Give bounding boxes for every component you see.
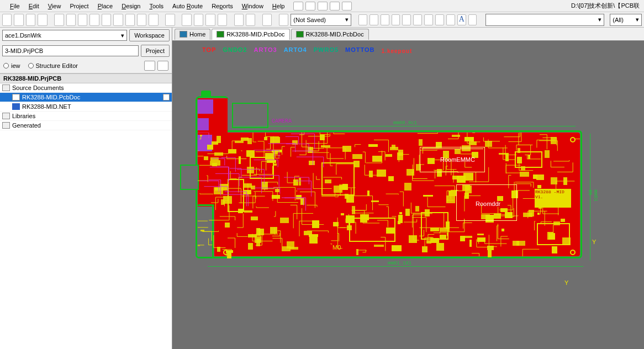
- room-ddr-label: Roomddr: [476, 200, 500, 207]
- tool-10-icon[interactable]: [113, 14, 123, 26]
- pcb-canvas[interactable]: TOP GNDO2 ARTO3 ARTO4 PWRO5 MOTTOB 1.kee…: [172, 41, 644, 349]
- tool-6-icon[interactable]: [66, 14, 76, 26]
- arc-icon[interactable]: [413, 14, 422, 25]
- layer-strip: TOP GNDO2 ARTO3 ARTO4 PWRO5 MOTTOB 1.kee…: [202, 46, 412, 54]
- projects-panel: ace1.DsnWrk ▾ Workspace 3-MID.PrjPCB Pro…: [0, 28, 172, 349]
- tool-5-icon[interactable]: [54, 14, 64, 26]
- tool-redo-icon[interactable]: [246, 14, 255, 26]
- workspace-field[interactable]: ace1.DsnWrk ▾: [2, 30, 127, 41]
- tool-undo-icon[interactable]: [234, 14, 244, 26]
- dropdown4-icon[interactable]: [342, 2, 352, 10]
- menu-project[interactable]: Project: [65, 2, 93, 10]
- text-icon[interactable]: A: [457, 14, 466, 25]
- filter-combo[interactable]: (All) ▾: [610, 14, 642, 26]
- tool-16-icon[interactable]: [205, 14, 215, 26]
- tool-addcomp-icon[interactable]: [182, 14, 191, 26]
- tool-print-icon[interactable]: [38, 14, 47, 26]
- pcb-icon: [12, 94, 20, 101]
- doc-tab[interactable]: Home: [175, 29, 210, 40]
- tool-save-icon[interactable]: [26, 14, 35, 26]
- project-button[interactable]: Project: [141, 45, 170, 57]
- document-tabs: HomeRK3288-MID.PcbDocRK3288-MID.PcbDoc: [172, 28, 644, 41]
- menu-help[interactable]: Help: [268, 2, 289, 10]
- net-combo[interactable]: ▾: [485, 14, 604, 26]
- plus-icon: [2, 122, 10, 129]
- dim-top-label: mm08.8c1: [393, 120, 417, 126]
- pcb-icon: [217, 31, 224, 38]
- tool-11-icon[interactable]: [125, 14, 135, 26]
- poly-icon[interactable]: [435, 14, 444, 25]
- tool-17-icon[interactable]: [218, 14, 227, 26]
- tool-14-icon[interactable]: [165, 14, 175, 26]
- tool-new-icon[interactable]: [2, 14, 12, 26]
- room-emmc-label: RoomEMMC: [440, 156, 475, 163]
- route-2-icon[interactable]: [369, 14, 378, 25]
- project-tree[interactable]: RK3288-MID.PrjPCB Source DocumentsRK3288…: [0, 73, 172, 349]
- doc-tab-label: RK3288-MID.PcbDoc: [226, 31, 284, 38]
- dropdown3-icon[interactable]: [330, 2, 340, 10]
- chevron-down-icon: ▾: [598, 16, 601, 23]
- menu-window[interactable]: Window: [237, 2, 268, 10]
- menu-reports[interactable]: Reports: [207, 2, 237, 10]
- menu-bar: File Edit View Project Place Design Tool…: [0, 0, 644, 12]
- marker-y1: Y: [592, 239, 596, 245]
- comp-icon[interactable]: [468, 14, 477, 25]
- menu-autoroute[interactable]: Auto Route: [168, 2, 207, 10]
- dropdown1-icon[interactable]: [305, 2, 315, 10]
- layer-gnd: GNDO2: [223, 46, 247, 54]
- dropdown2-icon[interactable]: [318, 2, 328, 10]
- net-icon: [12, 103, 20, 110]
- menu-design[interactable]: Design: [117, 2, 145, 10]
- menu-file[interactable]: File: [6, 2, 24, 10]
- layer-mot: MOTTOB: [345, 46, 374, 54]
- tool-13-icon[interactable]: [149, 14, 158, 26]
- workspace-value: ace1.DsnWrk: [5, 32, 41, 39]
- panel-btn1-icon[interactable]: [144, 61, 155, 71]
- minus-icon: [2, 84, 10, 91]
- marker-y2: Y: [564, 279, 568, 286]
- tool-12-icon[interactable]: [137, 14, 146, 26]
- tree-item[interactable]: RK3288-MID.NET: [0, 102, 172, 112]
- tool-highlight-icon[interactable]: [262, 14, 272, 26]
- filter-combo-text: (All): [613, 17, 624, 23]
- rect-icon[interactable]: [446, 14, 455, 25]
- tool-open-icon[interactable]: [14, 14, 23, 26]
- radio-fileview[interactable]: iew: [3, 62, 20, 69]
- room-ddr: Roomddr: [456, 184, 517, 221]
- tool-15-icon[interactable]: [194, 14, 203, 26]
- tool-browse-icon[interactable]: [279, 14, 288, 26]
- plus-icon: [2, 113, 10, 119]
- tree-item[interactable]: Source Documents: [0, 83, 172, 93]
- pad-icon[interactable]: [392, 14, 400, 25]
- via-icon[interactable]: [402, 14, 411, 25]
- radio-fileview-label: iew: [11, 62, 20, 69]
- fill-icon[interactable]: [424, 14, 433, 25]
- tool-9-icon[interactable]: [102, 14, 111, 26]
- doc-tab[interactable]: RK3288-MID.PcbDoc: [212, 29, 289, 40]
- saved-combo[interactable]: (Not Saved) ▾: [291, 14, 351, 26]
- radio-structure[interactable]: Structure Editor: [28, 62, 78, 69]
- route-1-icon[interactable]: [358, 14, 367, 25]
- tree-header[interactable]: RK3288-MID.PrjPCB: [0, 74, 172, 83]
- filter-icon[interactable]: [293, 2, 303, 10]
- menu-edit[interactable]: Edit: [24, 2, 44, 10]
- layer-art3: ARTO3: [254, 46, 277, 54]
- layer-top: TOP: [202, 46, 216, 54]
- tool-7-icon[interactable]: [78, 14, 87, 26]
- tree-item[interactable]: Libraries: [0, 112, 172, 121]
- menu-tools[interactable]: Tools: [145, 2, 168, 10]
- menu-extra-icons: [293, 2, 352, 10]
- tool-8-icon[interactable]: [89, 14, 99, 26]
- chevron-down-icon: ▾: [121, 32, 124, 39]
- pcb-board: mm08.8c1 mm01.161 mm01 05: [183, 96, 592, 284]
- tree-item-label: RK3288-MID.PcbDoc: [22, 94, 80, 101]
- route-3-icon[interactable]: [381, 14, 389, 25]
- doc-tab[interactable]: RK3288-MID.PcbDoc: [291, 29, 369, 40]
- workspace-button[interactable]: Workspace: [129, 29, 170, 41]
- project-field[interactable]: 3-MID.PrjPCB: [2, 45, 139, 56]
- tree-item[interactable]: Generated: [0, 121, 172, 130]
- panel-btn2-icon[interactable]: [157, 61, 168, 71]
- menu-place[interactable]: Place: [93, 2, 118, 10]
- tree-item[interactable]: RK3288-MID.PcbDoc: [0, 93, 172, 102]
- menu-view[interactable]: View: [44, 2, 66, 10]
